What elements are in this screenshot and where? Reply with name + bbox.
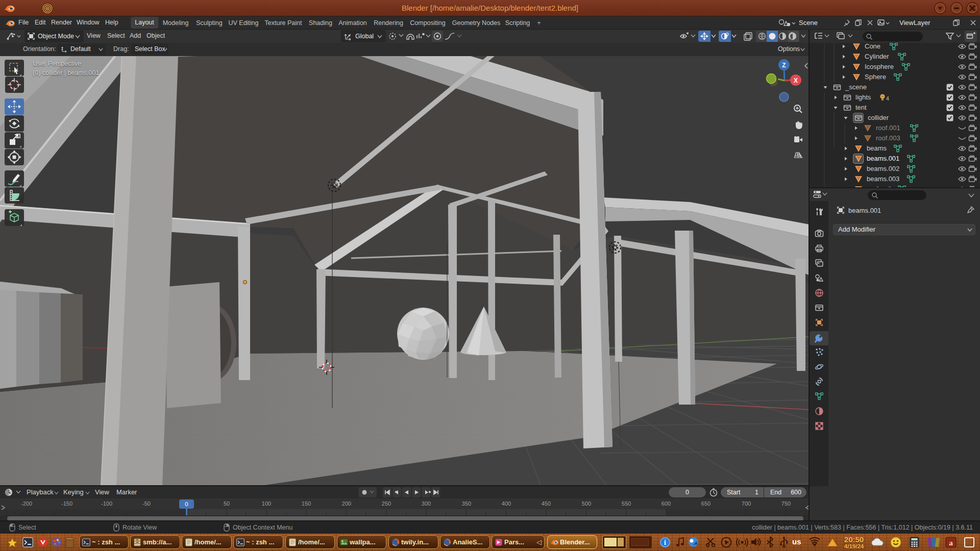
svg-text:150: 150	[302, 500, 311, 507]
svg-text:550: 550	[622, 500, 631, 507]
svg-text:700: 700	[742, 500, 751, 507]
svg-text:250: 250	[382, 500, 391, 507]
svg-text:-200: -200	[21, 500, 32, 507]
svg-text:-150: -150	[61, 500, 72, 507]
svg-text:a: a	[949, 539, 953, 547]
svg-text:200: 200	[342, 500, 351, 507]
svg-text:-100: -100	[101, 500, 112, 507]
svg-text:750: 750	[781, 500, 791, 507]
svg-text:450: 450	[542, 500, 551, 507]
svg-text:650: 650	[701, 500, 710, 507]
svg-text:X: X	[794, 77, 798, 84]
svg-text:400: 400	[502, 500, 511, 507]
svg-text:350: 350	[462, 500, 471, 507]
svg-text:100: 100	[262, 500, 271, 507]
svg-text:-50: -50	[142, 500, 151, 507]
svg-text:600: 600	[662, 500, 671, 507]
svg-text:i: i	[664, 539, 666, 546]
svg-text:300: 300	[422, 500, 431, 507]
svg-text:50: 50	[224, 500, 230, 507]
svg-text:500: 500	[582, 500, 591, 507]
svg-text:Z: Z	[782, 62, 786, 69]
